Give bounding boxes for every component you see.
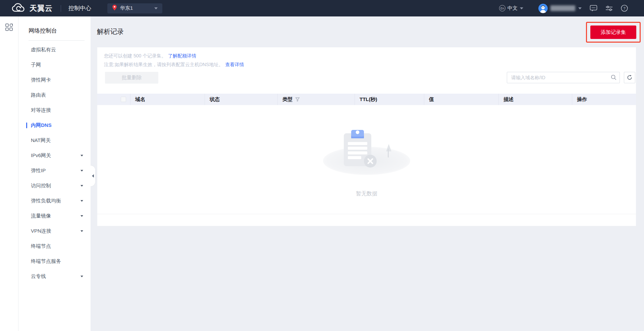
chevron-down-icon [154, 7, 158, 9]
sidebar-item-vpc[interactable]: 虚拟私有云 [18, 42, 91, 57]
table-header-row: 域名 状态 类型 TTL(秒) 值 描述 操作 [97, 94, 636, 105]
sidebar-item-eni[interactable]: 弹性网卡 [18, 73, 91, 88]
column-header-description: 描述 [498, 94, 572, 105]
region-selector[interactable]: 华东1 [107, 3, 162, 13]
chevron-left-icon [92, 174, 94, 178]
chevron-down-icon [80, 230, 83, 232]
view-details-link[interactable]: 查看详情 [225, 62, 244, 67]
language-switcher[interactable]: En 中文 [499, 5, 523, 11]
help-icon[interactable]: ? [621, 5, 628, 12]
refresh-icon [627, 75, 632, 80]
topbar: 天翼云 控制中心 华东1 En 中文 [0, 0, 644, 16]
sidebar-item-peering[interactable]: 对等连接 [18, 103, 91, 118]
svg-text:?: ? [623, 6, 625, 10]
sidebar-item-elb[interactable]: 弹性负载均衡 [18, 193, 91, 208]
refresh-button[interactable] [624, 72, 635, 83]
annotation-highlight-box: 添加记录集 [586, 22, 641, 43]
brand-logo[interactable]: 天翼云 [12, 3, 53, 13]
sidebar-item-vpn[interactable]: VPN连接 [18, 224, 91, 239]
username-redacted [550, 5, 575, 11]
chevron-down-icon [80, 215, 83, 217]
sidebar-item-endpoint-service[interactable]: 终端节点服务 [18, 254, 91, 269]
sidebar-item-cloud-connect[interactable]: 云专线 [18, 269, 91, 284]
chevron-down-icon [80, 170, 83, 172]
language-en-icon: En [499, 5, 505, 11]
sidebar-item-route-table[interactable]: 路由表 [18, 88, 91, 103]
location-pin-icon [112, 5, 117, 12]
notice-line-2: 注意:如果解析结果生效，请按列表配置云主机DNS地址。查看详情 [104, 60, 244, 69]
app-icon-strip [0, 16, 18, 331]
language-label: 中文 [507, 5, 518, 11]
empty-state-illustration [323, 129, 410, 177]
chevron-down-icon [578, 7, 582, 9]
page-title: 解析记录 [97, 27, 124, 36]
table-toolbar: 批量删除 [97, 72, 636, 84]
sidebar-item-subnet[interactable]: 子网 [18, 57, 91, 73]
records-panel: 您还可以创建 500 个记录集。了解配额详情 注意:如果解析结果生效，请按列表配… [97, 47, 636, 226]
column-header-domain: 域名 [130, 94, 205, 105]
table-footer [97, 214, 636, 226]
sidebar-item-nat-gateway[interactable]: NAT网关 [18, 133, 91, 148]
column-header-value: 值 [424, 94, 498, 105]
avatar[interactable] [538, 4, 548, 13]
brand-name: 天翼云 [30, 3, 53, 13]
divider [29, 40, 85, 41]
sidebar-item-endpoint[interactable]: 终端节点 [18, 239, 91, 254]
sidebar-collapse-button[interactable] [91, 165, 96, 187]
sidebar-title: 网络控制台 [18, 16, 91, 35]
select-all-checkbox[interactable] [121, 97, 126, 102]
sidebar-item-ipv6-gateway[interactable]: IPv6网关 [18, 148, 91, 163]
sidebar-item-acl[interactable]: 访问控制 [18, 178, 91, 193]
chevron-down-icon [80, 185, 83, 187]
message-icon[interactable] [590, 5, 597, 12]
filter-funnel-icon[interactable] [295, 97, 300, 102]
batch-delete-button[interactable]: 批量删除 [105, 72, 158, 84]
add-recordset-button[interactable]: 添加记录集 [590, 26, 636, 39]
quota-details-link[interactable]: 了解配额详情 [168, 53, 196, 58]
region-value: 华东1 [120, 5, 154, 11]
console-center-link[interactable]: 控制中心 [68, 4, 91, 12]
column-header-ttl: TTL(秒) [355, 94, 424, 105]
search-icon[interactable] [611, 75, 616, 82]
sidebar-item-eip[interactable]: 弹性IP [18, 163, 91, 178]
empty-state-text: 暂无数据 [356, 190, 377, 197]
chevron-down-icon [520, 7, 523, 9]
sidebar: 网络控制台 虚拟私有云 子网 弹性网卡 路由表 对等连接 内网DNS NAT网关… [18, 16, 91, 331]
main-content: 解析记录 添加记录集 您还可以创建 500 个记录集。了解配额详情 注意:如果解… [91, 16, 644, 331]
table-empty-body: 暂无数据 [97, 105, 636, 214]
settings-sliders-icon[interactable] [605, 5, 613, 12]
apps-grid-icon[interactable] [5, 23, 13, 331]
column-header-actions: 操作 [572, 94, 636, 105]
chevron-down-icon [80, 276, 83, 277]
cloud-logo-icon [12, 3, 26, 13]
notice-line-1: 您还可以创建 500 个记录集。了解配额详情 [104, 51, 244, 60]
sidebar-item-private-dns[interactable]: 内网DNS [18, 118, 91, 133]
chevron-down-icon [80, 155, 83, 156]
select-all-cell [97, 94, 130, 105]
search-box [507, 72, 620, 83]
sidebar-menu: 虚拟私有云 子网 弹性网卡 路由表 对等连接 内网DNS NAT网关 IPv6网… [18, 42, 91, 284]
sidebar-item-traffic-mirror[interactable]: 流量镜像 [18, 208, 91, 224]
quota-notice: 您还可以创建 500 个记录集。了解配额详情 注意:如果解析结果生效，请按列表配… [104, 51, 244, 69]
column-header-status: 状态 [205, 94, 277, 105]
chevron-down-icon [80, 200, 83, 202]
column-header-type: 类型 [277, 94, 355, 105]
topbar-divider [61, 5, 61, 12]
search-input[interactable] [507, 72, 620, 83]
